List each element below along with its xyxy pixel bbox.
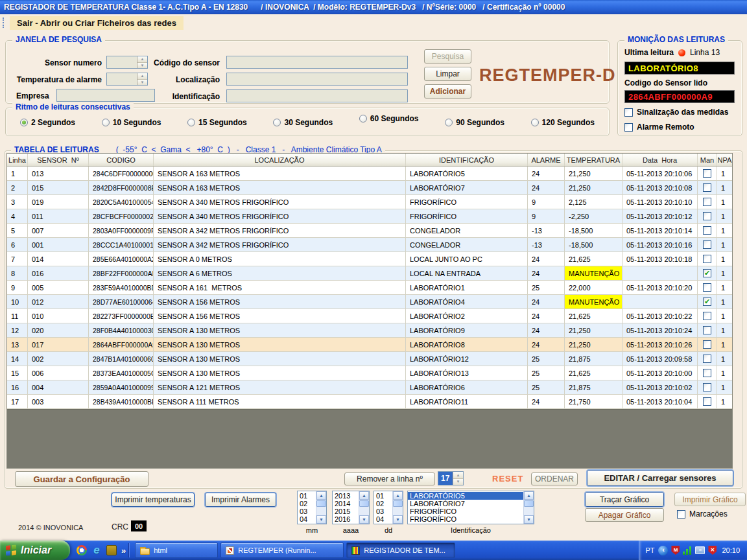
spin-up-icon[interactable]: ▲	[137, 56, 147, 63]
apagar-grafico-button[interactable]: Apagar Gráfico	[585, 508, 664, 522]
spin-up-icon[interactable]: ▲	[453, 472, 463, 479]
collapse-icon[interactable]	[658, 546, 668, 555]
temp-alarme-spinner[interactable]: ▲▼	[106, 73, 148, 86]
man-checkbox[interactable]	[703, 183, 711, 192]
ie-icon[interactable]	[91, 545, 102, 555]
dd-listbox[interactable]: 01020304 ▲▼	[374, 491, 403, 524]
list-item[interactable]: FRIGORÍFICO	[408, 515, 523, 523]
identificacao-listbox[interactable]: LABORATÓRIO5LABORATÓRIO7FRIGORÍFICOFRIGO…	[407, 491, 534, 524]
scheduler-icon[interactable]	[106, 545, 117, 555]
list-item[interactable]: 02	[374, 500, 392, 508]
empresa-input[interactable]	[56, 89, 155, 102]
man-checkbox[interactable]: ✔	[703, 269, 711, 277]
spin-down-icon[interactable]: ▼	[453, 479, 463, 485]
pesquisa-button[interactable]: Pesquisa	[424, 49, 471, 64]
alarme-remoto-checkbox[interactable]	[624, 123, 633, 132]
table-row-10[interactable]: 1001228D77AE601000064SENSOR A 156 METROS…	[7, 295, 732, 309]
ordenar-button[interactable]: ORDENAR	[531, 472, 578, 485]
list-item[interactable]: 03	[298, 508, 316, 515]
security-icon[interactable]	[708, 546, 717, 555]
ritmo-option-2-segundos[interactable]: 2 Segundos	[20, 118, 75, 127]
man-checkbox[interactable]	[703, 397, 711, 406]
limpar-button[interactable]: Limpar	[424, 67, 471, 81]
list-item[interactable]: 2016	[333, 515, 359, 523]
guardar-configuracao-button[interactable]: Guardar a Configuração	[15, 471, 148, 487]
spin-down-icon[interactable]: ▼	[137, 80, 147, 86]
sinalizacao-checkbox[interactable]	[624, 108, 633, 117]
list-item[interactable]: 03	[374, 508, 392, 515]
man-checkbox[interactable]	[703, 369, 711, 377]
scroll-up-icon[interactable]: ▲	[359, 491, 369, 500]
man-checkbox[interactable]: ✔	[703, 298, 711, 306]
dd-scrollbar[interactable]: ▲▼	[392, 491, 403, 524]
chrome-icon[interactable]	[77, 545, 87, 555]
spin-down-icon[interactable]: ▼	[137, 63, 147, 69]
man-checkbox[interactable]	[703, 312, 711, 320]
table-row-2[interactable]: 20152842D8FF0000008ESENSOR A 163 METROSL…	[7, 181, 732, 195]
ritmo-option-120-segundos[interactable]: 120 Segundos	[531, 118, 595, 127]
table-row-14[interactable]: 140022847B1A401000060SENSOR A 130 METROS…	[7, 352, 732, 366]
list-item[interactable]: 2013	[333, 492, 359, 500]
table-row-7[interactable]: 7014285E66A4010000A2SENSOR A 0 METROSLOC…	[7, 252, 732, 266]
man-checkbox[interactable]	[703, 169, 711, 178]
radio-icon[interactable]	[359, 115, 367, 122]
table-row-4[interactable]: 401128CFBCFF00000020SENSOR A 340 METROS …	[7, 209, 732, 224]
table-row-16[interactable]: 160042859A0A401000099SENSOR A 121 METROS…	[7, 380, 732, 395]
editar-carregar-button[interactable]: EDITAR / Carregar sensores	[587, 470, 733, 486]
man-checkbox[interactable]	[703, 355, 711, 363]
tracar-grafico-button[interactable]: Traçar Gráfico	[585, 492, 664, 507]
taskbar-task-html[interactable]: html	[135, 542, 218, 558]
mcafee-icon[interactable]	[671, 546, 680, 555]
list-item[interactable]: 2014	[333, 500, 359, 508]
list-item[interactable]: FRIGORÍFICO	[408, 508, 523, 515]
identificacao-input[interactable]	[226, 89, 408, 102]
table-row-17[interactable]: 1700328B439A4010000BESENSOR A 111 METROS…	[7, 395, 732, 409]
man-checkbox[interactable]	[703, 340, 711, 349]
display-icon[interactable]	[695, 546, 705, 554]
ritmo-option-15-segundos[interactable]: 15 Segundos	[187, 118, 247, 127]
scroll-thumb[interactable]	[316, 500, 326, 507]
identificacao-scrollbar[interactable]: ▲▼	[523, 491, 534, 524]
scroll-down-icon[interactable]: ▼	[524, 515, 534, 524]
sensor-numero-spinner[interactable]: ▲▼	[106, 56, 148, 69]
remover-linha-button[interactable]: Remover a linha nº	[344, 472, 435, 485]
table-row-1[interactable]: 1013284C6DFF00000000SENSOR A 163 METROSL…	[7, 167, 732, 181]
table-row-11[interactable]: 11010282273FF0000000ESENSOR A 156 METROS…	[7, 309, 732, 323]
radio-icon[interactable]	[187, 119, 195, 126]
list-item[interactable]: 02	[298, 500, 316, 508]
table-row-6[interactable]: 600128CCC1A40100001FSENSOR A 342 METROS …	[7, 238, 732, 252]
man-checkbox[interactable]	[703, 255, 711, 263]
alarme-remoto-checkbox-row[interactable]: Alarme Remoto	[624, 122, 694, 132]
remover-linha-spinner[interactable]: 17 ▲▼	[438, 471, 464, 485]
radio-icon[interactable]	[102, 119, 110, 126]
radio-icon[interactable]	[531, 119, 539, 126]
localizacao-input[interactable]	[226, 73, 408, 86]
man-checkbox[interactable]	[703, 283, 711, 292]
table-row-13[interactable]: 130172864ABFF000000A9SENSOR A 130 METROS…	[7, 338, 732, 352]
table-row-9[interactable]: 9005283F59A4010000BDSENSOR A 161 METROSL…	[7, 281, 732, 295]
list-item[interactable]: 01	[374, 492, 392, 500]
adicionar-button[interactable]: Adicionar	[424, 84, 471, 99]
list-item[interactable]: 2015	[333, 508, 359, 515]
taskbar-task-regtemper-runnin[interactable]: REGTEMPER (Runnin...	[220, 542, 344, 558]
spin-up-icon[interactable]: ▲	[137, 73, 147, 80]
scroll-up-icon[interactable]: ▲	[316, 491, 326, 500]
scroll-up-icon[interactable]: ▲	[524, 491, 534, 500]
table-row-15[interactable]: 1500628373EA40100005CSENSOR A 130 METROS…	[7, 366, 732, 380]
man-checkbox[interactable]	[703, 240, 711, 249]
radio-icon[interactable]	[273, 119, 281, 126]
list-item[interactable]: 04	[374, 515, 392, 523]
imprimir-alarmes-button[interactable]: Imprimir Alarmes	[205, 493, 276, 507]
man-checkbox[interactable]	[703, 212, 711, 220]
quick-launch-overflow-icon[interactable]: »	[121, 546, 126, 555]
scroll-down-icon[interactable]: ▼	[316, 515, 326, 524]
marcacoes-checkbox[interactable]	[677, 510, 685, 519]
scroll-down-icon[interactable]: ▼	[393, 515, 403, 524]
mm-scrollbar[interactable]: ▲▼	[316, 491, 326, 524]
table-row-12[interactable]: 1202028F0B4A401000030SENSOR A 130 METROS…	[7, 323, 732, 338]
ritmo-option-60-segundos[interactable]: 60 Segundos	[359, 114, 419, 123]
menu-item-sair[interactable]: Sair - Abrir ou Criar Ficheiros das rede…	[10, 16, 184, 30]
scroll-thumb[interactable]	[393, 500, 403, 507]
ritmo-option-30-segundos[interactable]: 30 Segundos	[273, 118, 333, 127]
imprimir-grafico-button[interactable]: Imprimir Gráfico	[674, 493, 746, 506]
